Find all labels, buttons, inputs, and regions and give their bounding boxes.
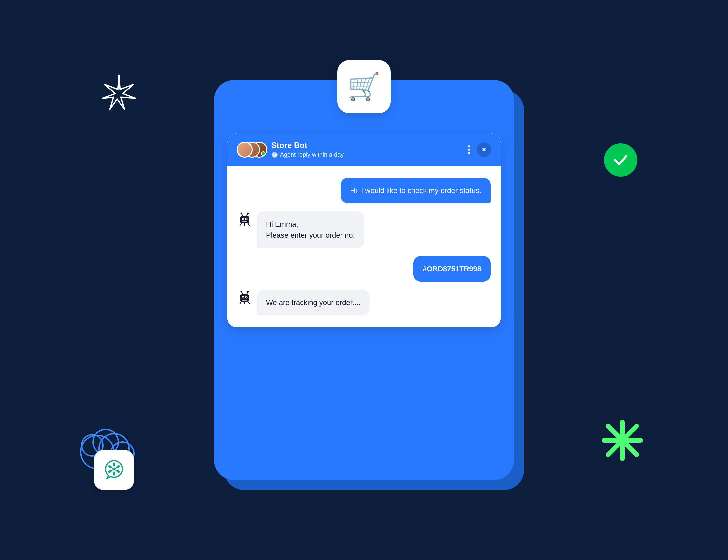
svg-line-26	[248, 223, 249, 225]
svg-point-18	[247, 213, 249, 214]
svg-point-29	[241, 291, 242, 293]
message-row: Hi Emma,Please enter your order no.	[237, 211, 491, 248]
more-options-button[interactable]	[467, 144, 471, 155]
svg-line-24	[240, 223, 241, 225]
header-info: Store Bot 🕐 Agent reply within a day	[271, 141, 461, 158]
main-card: 🛒 Store Bot	[214, 80, 514, 480]
svg-line-28	[242, 292, 243, 294]
bot-bubble: We are tracking your order....	[257, 290, 370, 315]
chat-body: Hi, I would like to check my order statu…	[227, 166, 501, 327]
svg-point-34	[242, 297, 244, 298]
svg-line-17	[247, 214, 248, 216]
cart-emoji: 🛒	[347, 71, 381, 102]
svg-point-31	[247, 291, 249, 293]
close-button[interactable]: ×	[477, 142, 491, 157]
svg-point-12	[108, 469, 112, 473]
svg-point-11	[113, 472, 115, 476]
svg-point-10	[116, 469, 120, 473]
agent-status: 🕐 Agent reply within a day	[271, 151, 461, 158]
svg-point-21	[242, 218, 244, 220]
svg-line-15	[242, 214, 243, 216]
star-decoration	[101, 73, 137, 111]
message-row: Hi, I would like to check my order statu…	[237, 178, 491, 203]
header-actions: ×	[467, 142, 491, 157]
svg-line-37	[240, 302, 241, 304]
svg-point-16	[241, 213, 242, 214]
svg-line-30	[247, 292, 248, 294]
svg-point-35	[246, 297, 247, 298]
bot-avatar-icon	[237, 211, 252, 226]
avatar-stack	[237, 141, 266, 158]
svg-rect-23	[242, 221, 247, 222]
user-bubble: Hi, I would like to check my order statu…	[341, 178, 491, 203]
bot-avatar-icon	[237, 290, 252, 304]
chat-header: Store Bot 🕐 Agent reply within a day ×	[227, 133, 501, 166]
svg-point-9	[116, 465, 120, 469]
openai-badge	[94, 450, 134, 490]
clock-icon: 🕐	[271, 152, 278, 158]
svg-line-39	[248, 302, 249, 304]
svg-point-22	[246, 218, 247, 220]
message-row: #ORD8751TR998	[237, 256, 491, 282]
asterisk-decoration	[601, 419, 644, 463]
bot-bubble: Hi Emma,Please enter your order no.	[257, 211, 364, 248]
svg-rect-36	[242, 300, 247, 301]
message-row: We are tracking your order....	[237, 290, 491, 315]
svg-point-8	[113, 463, 115, 466]
cart-icon-wrapper: 🛒	[337, 60, 391, 113]
online-indicator	[261, 151, 266, 156]
bot-name: Store Bot	[271, 141, 461, 150]
chat-window: Store Bot 🕐 Agent reply within a day ×	[227, 133, 501, 327]
check-badge	[604, 143, 637, 177]
main-scene: 🛒 Store Bot	[131, 30, 597, 530]
order-id-bubble: #ORD8751TR998	[413, 256, 491, 282]
avatar-1	[237, 142, 253, 158]
svg-point-13	[108, 465, 112, 469]
